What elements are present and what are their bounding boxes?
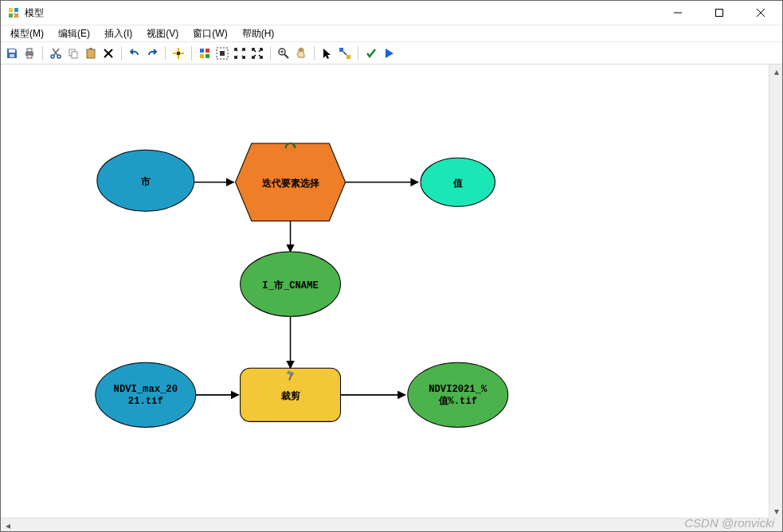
svg-rect-24 [177,52,180,55]
node-value[interactable]: 值 [421,158,495,206]
window-title: 模型 [25,6,44,20]
svg-point-52 [408,362,508,427]
menu-view[interactable]: 视图(V) [140,25,185,42]
svg-rect-17 [72,52,77,58]
svg-rect-4 [716,10,723,17]
svg-rect-11 [27,55,32,58]
run-icon[interactable] [381,45,397,61]
node-iterator[interactable]: 迭代要素选择 [236,143,346,221]
svg-rect-0 [9,8,13,12]
paste-icon[interactable] [83,45,99,61]
redo-icon[interactable] [144,45,160,61]
svg-rect-35 [339,48,343,52]
connect-icon[interactable] [337,45,353,61]
cut-icon[interactable] [48,45,64,61]
close-button[interactable] [742,1,779,25]
zoom-actual-icon[interactable] [249,45,265,61]
menu-bar: 模型(M) 编辑(E) 插入(I) 视图(V) 窗口(W) 帮助(H) [1,25,782,42]
extent-icon[interactable] [214,45,230,61]
svg-line-32 [284,54,288,58]
svg-rect-26 [206,49,209,53]
save-icon[interactable] [4,45,20,61]
node-cname-label: I_市_CNAME [262,280,318,291]
model-canvas[interactable]: 市 迭代要素选择 值 I_市_CNAME NDVI_max_20 21.tif [1,65,782,531]
maximize-button[interactable] [701,1,738,25]
svg-rect-27 [200,54,204,58]
svg-rect-7 [9,49,15,53]
print-icon[interactable] [22,45,37,61]
scroll-up-icon[interactable]: ▴ [769,65,782,78]
node-ndvi-in-label1: NDVI_max_20 [114,384,178,395]
node-clip[interactable]: 裁剪 [241,368,341,421]
svg-rect-28 [206,54,209,58]
svg-rect-25 [200,49,204,53]
select-icon[interactable] [319,45,335,61]
scroll-corner [769,518,782,531]
copy-icon[interactable] [65,45,81,61]
scroll-left-icon[interactable]: ◂ [1,518,14,531]
node-ndvi-out[interactable]: NDVI2021_% 值%.tif [408,362,508,427]
svg-rect-18 [87,49,95,58]
node-clip-label: 裁剪 [280,390,300,402]
node-ndvi-out-label2: 值%.tif [438,396,478,407]
app-icon [7,6,20,19]
undo-icon[interactable] [127,45,143,61]
menu-model[interactable]: 模型(M) [4,25,50,42]
zoom-full-icon[interactable] [232,45,248,61]
svg-rect-10 [27,49,32,52]
add-icon[interactable] [170,45,186,61]
svg-rect-2 [9,14,13,18]
scroll-down-icon[interactable]: ▾ [769,504,782,518]
node-value-label: 值 [452,178,463,190]
node-input-city-label: 市 [140,176,151,188]
node-input-city[interactable]: 市 [97,150,194,211]
menu-window[interactable]: 窗口(W) [186,25,233,42]
pan-icon[interactable] [293,45,309,61]
node-ndvi-out-label1: NDVI2021_% [429,384,487,395]
title-bar: 模型 [1,1,782,25]
svg-point-48 [96,362,196,427]
svg-rect-19 [89,48,92,50]
zoom-in-icon[interactable] [276,45,292,61]
toolbar [1,42,782,65]
svg-rect-1 [14,8,18,12]
validate-icon[interactable] [363,45,379,61]
horizontal-scrollbar[interactable]: ◂ ▸ [1,518,769,531]
svg-rect-30 [220,51,225,56]
grid-icon[interactable] [197,45,213,61]
node-ndvi-in-label2: 21.tif [128,396,163,407]
menu-edit[interactable]: 编辑(E) [52,25,96,42]
svg-rect-8 [10,54,14,57]
node-ndvi-in[interactable]: NDVI_max_20 21.tif [96,362,196,427]
svg-rect-36 [346,55,350,59]
menu-insert[interactable]: 插入(I) [98,25,139,42]
minimize-button[interactable] [660,1,696,25]
svg-line-37 [343,52,346,55]
delete-icon[interactable] [100,45,116,61]
vertical-scrollbar[interactable]: ▴ ▾ [769,65,782,518]
node-cname[interactable]: I_市_CNAME [241,252,341,316]
node-iterator-label: 迭代要素选择 [261,178,319,190]
menu-help[interactable]: 帮助(H) [236,25,281,42]
